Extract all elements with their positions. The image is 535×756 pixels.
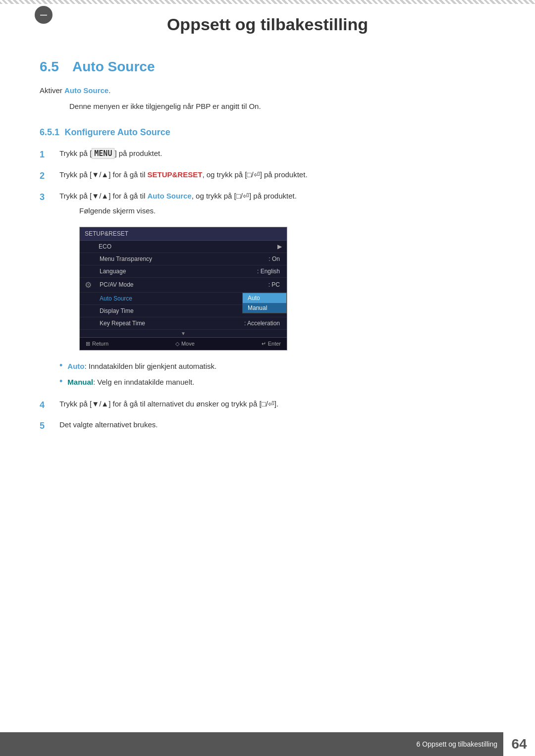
scroll-indicator: ▼ [80, 330, 287, 337]
step-5: 5 Det valgte alternativet brukes. [40, 419, 495, 433]
step-3-number: 3 [40, 190, 52, 204]
section-header: 6.5 Auto Source [40, 59, 495, 75]
content-area: 6.5 Auto Source Aktiver Auto Source. Den… [0, 49, 535, 483]
footer-page-number: 64 [503, 732, 535, 756]
screen-header: SETUP&RESET [80, 227, 287, 241]
step-5-text: Det valgte alternativet brukes. [59, 419, 495, 431]
screen-row-menu-transparency: Menu Transparency : On [80, 253, 287, 265]
step-1-text: Trykk på [MENU] på produktet. [59, 148, 495, 159]
section-title: Auto Source [72, 59, 155, 75]
eco-label: ECO [85, 243, 277, 250]
main-title: Oppsett og tilbakestilling [0, 0, 535, 49]
subsection-header: 6.5.1 Konfigurere Auto Source [40, 127, 495, 138]
top-stripe [0, 0, 535, 4]
bullet-dot-2: • [59, 376, 62, 387]
menu-transparency-label: Menu Transparency [95, 255, 268, 262]
key-repeat-value: : Acceleration [244, 320, 282, 327]
language-label: Language [95, 268, 257, 275]
description-line: Aktiver Auto Source. [40, 85, 495, 97]
step-2-text: Trykk på [▼/▲] for å gå til SETUP&RESET,… [59, 169, 495, 181]
gear-icon: ⚙ [85, 280, 95, 290]
step-1: 1 Trykk på [MENU] på produktet. [40, 148, 495, 162]
chapter-circle: — [35, 6, 53, 24]
note-line: Denne menyen er ikke tilgjengelig når PB… [69, 101, 495, 112]
auto-label: Auto [67, 362, 84, 370]
bullet-auto-text: Auto: Inndatakilden blir gjenkjent autom… [67, 360, 216, 372]
step-1-number: 1 [40, 148, 52, 162]
section-number: 6.5 [40, 59, 64, 75]
bullet-dot-1: • [59, 360, 62, 371]
language-value: : English [257, 268, 282, 275]
description-text: Aktiver [40, 86, 62, 95]
menu-transparency-value: : On [268, 255, 282, 262]
screen-row-pcav: ⚙ PC/AV Mode : PC [80, 278, 287, 293]
screen-row-eco: ECO ▶ [80, 241, 287, 253]
enter-label: Enter [268, 341, 281, 347]
step-5-number: 5 [40, 419, 52, 433]
footer-enter: ↵ Enter [262, 341, 281, 347]
step-3: 3 Trykk på [▼/▲] for å gå til Auto Sourc… [40, 190, 495, 217]
subsection-number: 6.5.1 [40, 127, 59, 137]
step-2-number: 2 [40, 169, 52, 183]
footer-return: ⊞ Return [86, 341, 108, 347]
step-3-sub: Følgende skjerm vises. [79, 205, 495, 217]
steps-list-cont: 4 Trykk på [▼/▲] for å gå til alternativ… [40, 398, 495, 434]
screen-footer: ⊞ Return ◇ Move ↵ Enter [80, 337, 287, 350]
pcav-label: PC/AV Mode [95, 281, 268, 288]
move-icon: ◇ [175, 341, 179, 347]
submenu-auto: Auto [243, 293, 286, 303]
bullet-manual-text: Manual: Velg en inndatakilde manuelt. [67, 376, 194, 388]
footer-chapter-label: 6 Oppsett og tilbakestilling [417, 740, 503, 748]
subsection-title: Konfigurere Auto Source [65, 127, 170, 137]
screen-mockup: SETUP&RESET ECO ▶ Menu Transparency : On… [79, 227, 287, 351]
step-4: 4 Trykk på [▼/▲] for å gå til alternativ… [40, 398, 495, 412]
page-footer: 6 Oppsett og tilbakestilling 64 [0, 732, 535, 756]
submenu-manual: Manual [243, 303, 286, 313]
menu-key: MENU [92, 148, 114, 159]
step-4-text: Trykk på [▼/▲] for å gå til alternativet… [59, 398, 495, 410]
setup-reset-highlight: SETUP&RESET [148, 170, 203, 179]
step-3-text: Trykk på [▼/▲] for å gå til Auto Source,… [59, 190, 495, 217]
screen-row-key-repeat: Key Repeat Time : Acceleration [80, 317, 287, 330]
move-label: Move [181, 341, 195, 347]
bullet-list: • Auto: Inndatakilden blir gjenkjent aut… [59, 360, 495, 388]
steps-list: 1 Trykk på [MENU] på produktet. 2 Trykk … [40, 148, 495, 217]
screen-row-autosource: Auto Source Auto Manual [80, 293, 287, 305]
eco-arrow: ▶ [277, 243, 282, 250]
step-4-number: 4 [40, 398, 52, 412]
bullet-manual: • Manual: Velg en inndatakilde manuelt. [59, 376, 495, 388]
screen-body: ECO ▶ Menu Transparency : On Language : … [80, 241, 287, 337]
footer-move: ◇ Move [175, 341, 195, 347]
screen-row-language: Language : English [80, 265, 287, 278]
auto-source-highlight: Auto Source [148, 192, 192, 200]
autosource-submenu: Auto Manual [242, 293, 287, 313]
description-highlight: Auto Source [64, 86, 108, 95]
step-2: 2 Trykk på [▼/▲] for å gå til SETUP&RESE… [40, 169, 495, 183]
return-icon: ⊞ [86, 341, 90, 347]
return-label: Return [92, 341, 108, 347]
screen-wrap: SETUP&RESET ECO ▶ Menu Transparency : On… [59, 227, 495, 351]
manual-label: Manual [67, 378, 93, 386]
bullet-auto: • Auto: Inndatakilden blir gjenkjent aut… [59, 360, 495, 372]
key-repeat-label: Key Repeat Time [95, 320, 244, 327]
enter-icon: ↵ [262, 341, 266, 347]
pcav-value: : PC [268, 281, 282, 288]
